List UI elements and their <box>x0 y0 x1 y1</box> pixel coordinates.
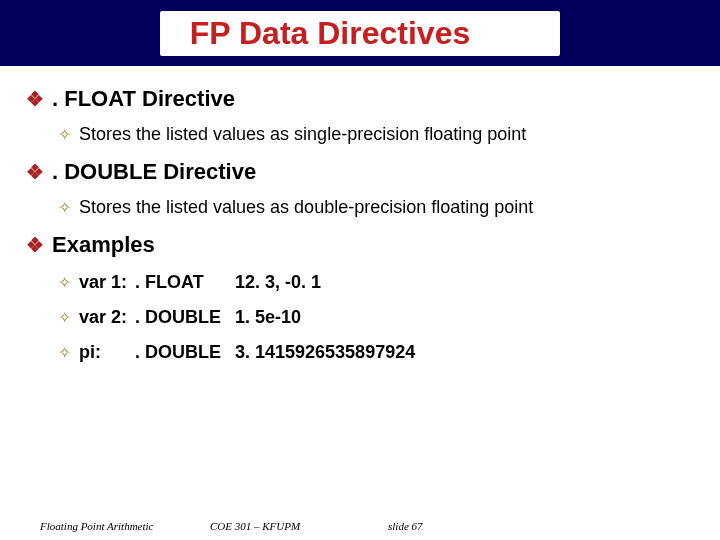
example-row: ✧ var 1: . FLOAT 12. 3, -0. 1 <box>58 272 694 293</box>
sub-bullet-icon: ✧ <box>58 273 71 292</box>
example-name: pi: <box>79 342 135 363</box>
sub-bullet-icon: ✧ <box>58 343 71 362</box>
heading-examples-text: Examples <box>52 232 155 258</box>
diamond-bullet-icon: ❖ <box>26 162 44 182</box>
example-name: var 1: <box>79 272 135 293</box>
example-directive: . DOUBLE <box>135 342 235 363</box>
heading-double: ❖ . DOUBLE Directive <box>26 159 694 185</box>
footer-center: COE 301 – KFUPM <box>210 520 300 532</box>
slide-title: FP Data Directives <box>160 11 560 56</box>
diamond-bullet-icon: ❖ <box>26 89 44 109</box>
desc-double-text: Stores the listed values as double-preci… <box>79 197 533 218</box>
sub-bullet-icon: ✧ <box>58 200 71 216</box>
example-name: var 2: <box>79 307 135 328</box>
heading-examples: ❖ Examples <box>26 232 694 258</box>
desc-float-text: Stores the listed values as single-preci… <box>79 124 526 145</box>
slide-content: ❖ . FLOAT Directive ✧ Stores the listed … <box>0 66 720 363</box>
example-directive: . DOUBLE <box>135 307 235 328</box>
footer-left: Floating Point Arithmetic <box>40 520 153 532</box>
footer-right: slide 67 <box>388 520 423 532</box>
example-directive: . FLOAT <box>135 272 235 293</box>
title-bar: FP Data Directives <box>0 0 720 66</box>
heading-float: ❖ . FLOAT Directive <box>26 86 694 112</box>
example-values: 3. 1415926535897924 <box>235 342 415 363</box>
desc-double: ✧ Stores the listed values as double-pre… <box>58 197 694 218</box>
heading-float-text: . FLOAT Directive <box>52 86 235 112</box>
sub-bullet-icon: ✧ <box>58 308 71 327</box>
example-row: ✧ var 2: . DOUBLE 1. 5e-10 <box>58 307 694 328</box>
example-values: 1. 5e-10 <box>235 307 301 328</box>
diamond-bullet-icon: ❖ <box>26 235 44 255</box>
example-values: 12. 3, -0. 1 <box>235 272 321 293</box>
desc-float: ✧ Stores the listed values as single-pre… <box>58 124 694 145</box>
sub-bullet-icon: ✧ <box>58 127 71 143</box>
example-row: ✧ pi: . DOUBLE 3. 1415926535897924 <box>58 342 694 363</box>
heading-double-text: . DOUBLE Directive <box>52 159 256 185</box>
